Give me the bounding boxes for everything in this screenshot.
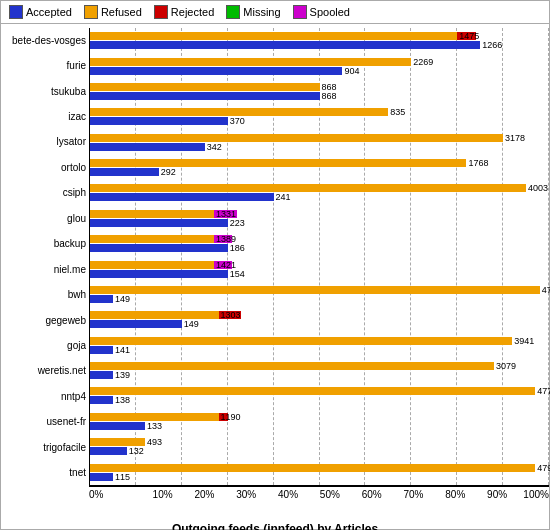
refused-bar-line: 493 xyxy=(90,438,549,446)
accepted-bar xyxy=(90,92,320,100)
refused-bar-line: 1421 xyxy=(90,261,549,269)
accepted-value: 141 xyxy=(115,345,130,355)
y-label: glou xyxy=(1,214,86,224)
refused-bar xyxy=(90,438,145,446)
accepted-value: 133 xyxy=(147,421,162,431)
refused-bar-line: 1475 xyxy=(90,32,549,40)
accepted-value: 139 xyxy=(115,370,130,380)
refused-bar-line: 1331 xyxy=(90,210,549,218)
refused-value: 2269 xyxy=(413,57,433,67)
y-label: goja xyxy=(1,341,86,351)
accepted-value: 223 xyxy=(230,218,245,228)
refused-value: 835 xyxy=(390,107,405,117)
bar-row: 4799115 xyxy=(90,461,549,484)
refused-bar xyxy=(90,387,535,395)
accepted-value: 149 xyxy=(115,294,130,304)
bar-group: 4003241 xyxy=(90,184,549,201)
bar-row: 4780149 xyxy=(90,283,549,306)
legend-missing: Missing xyxy=(226,5,280,19)
accepted-bar xyxy=(90,244,228,252)
bar-row: 1303149 xyxy=(90,308,549,331)
bar-group: 1303149 xyxy=(90,311,549,328)
refused-value: 3941 xyxy=(514,336,534,346)
accepted-bar-line: 223 xyxy=(90,219,549,227)
refused-bar xyxy=(90,210,214,218)
bar-group: 4799115 xyxy=(90,464,549,481)
accepted-bar xyxy=(90,320,182,328)
bars-rows: 1475126622699048688688353703178342176829… xyxy=(90,28,549,485)
refused-bar-line: 868 xyxy=(90,83,549,91)
refused-bar-line: 3079 xyxy=(90,362,549,370)
x-tick: 100% xyxy=(507,486,549,518)
x-tick: 20% xyxy=(173,486,215,518)
bar-row: 1768292 xyxy=(90,156,549,179)
bar-row: 1421154 xyxy=(90,258,549,281)
accepted-bar-line: 138 xyxy=(90,396,549,404)
legend-rejected-label: Rejected xyxy=(171,6,214,18)
refused-bar xyxy=(90,337,512,345)
accepted-value: 149 xyxy=(184,319,199,329)
y-label: nntp4 xyxy=(1,392,86,402)
bar-row: 3941141 xyxy=(90,334,549,357)
bar-group: 1190133 xyxy=(90,413,549,430)
accepted-bar-line: 292 xyxy=(90,168,549,176)
refused-bar xyxy=(90,413,219,421)
refused-bar xyxy=(90,464,535,472)
y-label: csiph xyxy=(1,188,86,198)
refused-bar xyxy=(90,134,503,142)
bar-group: 868868 xyxy=(90,83,549,100)
legend: Accepted Refused Rejected Missing Spoole… xyxy=(1,1,549,24)
refused-bar xyxy=(90,58,411,66)
y-label: tnet xyxy=(1,468,86,478)
bar-row: 835370 xyxy=(90,105,549,128)
accepted-bar-line: 342 xyxy=(90,143,549,151)
accepted-bar xyxy=(90,67,342,75)
refused-bar-line: 1768 xyxy=(90,159,549,167)
missing-icon xyxy=(226,5,240,19)
accepted-bar-line: 186 xyxy=(90,244,549,252)
y-axis-labels: bete-des-vosgesfurietsukubaizaclysatoror… xyxy=(1,28,89,486)
refused-bar-line: 4780 xyxy=(90,286,549,294)
bar-row: 1331223 xyxy=(90,207,549,230)
accepted-value: 132 xyxy=(129,446,144,456)
accepted-bar-line: 133 xyxy=(90,422,549,430)
bar-row: 868868 xyxy=(90,80,549,103)
x-axis-inner: 0%10%20%30%40%50%60%70%80%90%100% xyxy=(89,486,549,518)
y-label: niel.me xyxy=(1,265,86,275)
bar-group: 1421154 xyxy=(90,261,549,278)
y-label: bwh xyxy=(1,290,86,300)
refused-bar-line: 4003 xyxy=(90,184,549,192)
accepted-bar xyxy=(90,168,159,176)
refused-bar xyxy=(90,261,214,269)
bar-group: 1331223 xyxy=(90,210,549,227)
accepted-bar xyxy=(90,143,205,151)
legend-missing-label: Missing xyxy=(243,6,280,18)
x-tick: 80% xyxy=(424,486,466,518)
bar-row: 2269904 xyxy=(90,55,549,78)
spooled-icon xyxy=(293,5,307,19)
accepted-bar xyxy=(90,371,113,379)
accepted-bar-line: 241 xyxy=(90,193,549,201)
y-label: usenet-fr xyxy=(1,417,86,427)
accepted-bar xyxy=(90,422,145,430)
y-label: gegeweb xyxy=(1,316,86,326)
refused-bar-line: 4799 xyxy=(90,464,549,472)
bar-row: 4003241 xyxy=(90,182,549,205)
accepted-bar-line: 132 xyxy=(90,447,549,455)
bar-group: 2269904 xyxy=(90,58,549,75)
accepted-bar-line: 141 xyxy=(90,346,549,354)
y-label: trigofacile xyxy=(1,443,86,453)
accepted-bar-line: 868 xyxy=(90,92,549,100)
legend-spooled-label: Spooled xyxy=(310,6,350,18)
refused-bar-line: 3941 xyxy=(90,337,549,345)
refused-value: 4799 xyxy=(537,463,550,473)
refused-icon xyxy=(84,5,98,19)
accepted-bar xyxy=(90,447,127,455)
accepted-value: 370 xyxy=(230,116,245,126)
rejected-icon xyxy=(154,5,168,19)
bar-group: 4772138 xyxy=(90,387,549,404)
accepted-bar xyxy=(90,346,113,354)
refused-value: 4772 xyxy=(537,386,550,396)
bar-row: 14751266 xyxy=(90,29,549,52)
refused-bar-line: 4772 xyxy=(90,387,549,395)
